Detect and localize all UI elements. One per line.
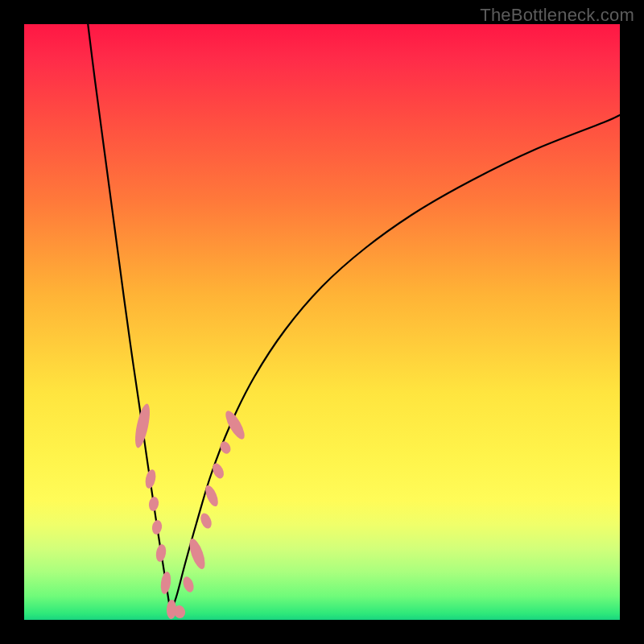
curve-marker — [148, 496, 160, 512]
curve-marker — [151, 519, 163, 535]
curve-marker — [199, 511, 214, 530]
curve-marker — [159, 571, 172, 594]
curve-marker — [132, 402, 152, 449]
curve-markers — [132, 402, 248, 619]
plot-area — [24, 24, 620, 620]
bottleneck-curve-right — [171, 114, 621, 613]
chart-frame: TheBottleneck.com — [0, 0, 644, 644]
curve-marker — [203, 484, 221, 508]
watermark-label: TheBottleneck.com — [480, 5, 634, 26]
curve-marker — [187, 537, 208, 571]
curve-marker — [155, 543, 167, 563]
curve-marker — [144, 469, 158, 489]
chart-svg — [24, 24, 620, 620]
curve-marker — [181, 576, 196, 594]
